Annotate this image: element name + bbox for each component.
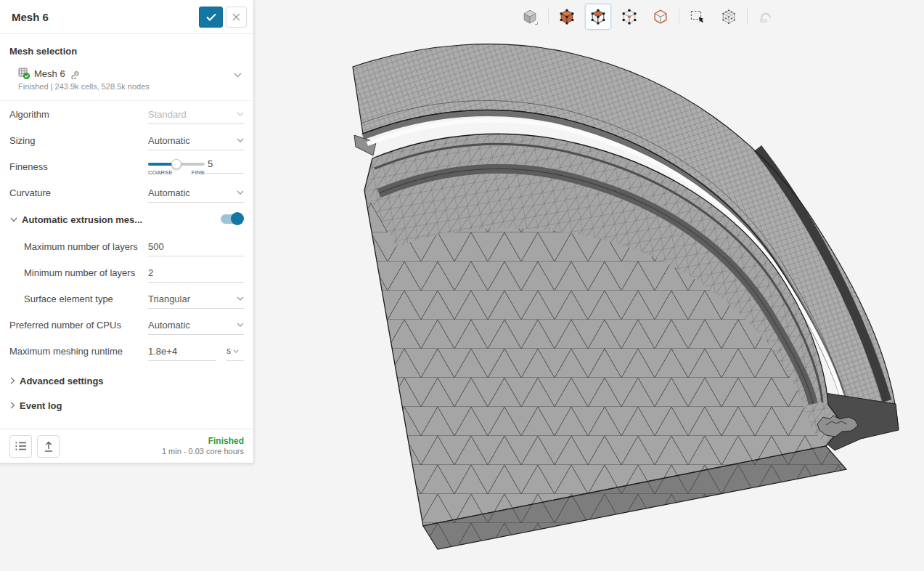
- extrusion-toggle[interactable]: [221, 214, 242, 224]
- field-fineness: Fineness COARSE FINE: [0, 153, 253, 179]
- link-icon[interactable]: [69, 68, 80, 79]
- field-label: Sizing: [9, 135, 35, 146]
- field-label: Maximum meshing runtime: [9, 346, 123, 357]
- max-layers-input[interactable]: [148, 241, 244, 252]
- field-runtime: Maximum meshing runtime s: [0, 338, 253, 364]
- mesh-settings-panel: Mesh 6 Mesh selection Mesh 6: [0, 0, 254, 463]
- confirm-button[interactable]: [199, 7, 223, 28]
- fineness-value-field[interactable]: [200, 155, 244, 174]
- field-curvature: Curvature Automatic: [0, 179, 253, 206]
- surface-element-select[interactable]: Triangular: [148, 289, 244, 309]
- runtime-field[interactable]: [148, 341, 216, 361]
- field-surface-element: Surface element type Triangular: [0, 286, 253, 312]
- solid-cube-icon[interactable]: [517, 4, 543, 30]
- field-label: Minimum number of layers: [24, 267, 135, 278]
- field-label: Surface element type: [24, 293, 113, 304]
- chevron-down-icon: [237, 296, 244, 301]
- upload-icon: [44, 441, 54, 452]
- chevron-down-icon: [237, 138, 244, 142]
- fineness-slider-cell: COARSE FINE: [148, 155, 244, 178]
- slider-min-label: COARSE: [148, 169, 173, 176]
- panel-header: Mesh 6: [0, 0, 253, 34]
- runtime-cell: s: [148, 341, 244, 361]
- chevron-down-icon: [237, 190, 244, 195]
- field-label: Preferred number of CPUs: [9, 320, 121, 331]
- viewport-toolbar: [517, 4, 779, 30]
- edge-select-icon[interactable]: [647, 4, 674, 30]
- volume-select-icon[interactable]: [554, 4, 580, 30]
- mesh-log-button[interactable]: [9, 435, 32, 458]
- section-label: Automatic extrusion mes...: [22, 214, 142, 225]
- status-badge: Finished: [162, 436, 244, 447]
- field-label: Algorithm: [9, 109, 49, 120]
- divider: [0, 91, 253, 101]
- field-label: Maximum number of layers: [24, 241, 138, 252]
- fineness-value-input[interactable]: [208, 158, 244, 169]
- toolbar-separator: [548, 9, 549, 25]
- close-icon: [232, 13, 240, 21]
- mesh-status-icon: [17, 67, 30, 80]
- fineness-slider-handle[interactable]: [171, 159, 181, 169]
- selected-mesh-status: Finished | 243.9k cells, 528.5k nodes: [18, 82, 244, 91]
- chevron-down-icon: [233, 349, 239, 353]
- chevron-down-icon: [237, 112, 244, 116]
- field-sizing: Sizing Automatic: [0, 127, 253, 153]
- run-status: Finished 1 min - 0.03 core hours: [162, 436, 244, 457]
- min-layers-field[interactable]: [148, 263, 244, 283]
- curvature-select[interactable]: Automatic: [148, 183, 244, 203]
- toolbar-separator: [679, 9, 679, 25]
- export-button[interactable]: [37, 435, 60, 458]
- chevron-down-icon: [237, 323, 244, 327]
- runtime-input[interactable]: [148, 346, 216, 357]
- probe-icon: [753, 4, 779, 30]
- extrusion-section-header[interactable]: Automatic extrusion mes...: [0, 206, 253, 233]
- min-layers-input[interactable]: [148, 267, 244, 278]
- sizing-select[interactable]: Automatic: [148, 131, 244, 150]
- run-stats: 1 min - 0.03 core hours: [162, 447, 244, 457]
- panel-body: Mesh selection Mesh 6 Fin: [0, 34, 253, 429]
- field-cpus: Preferred number of CPUs Automatic: [0, 312, 253, 338]
- field-max-layers: Maximum number of layers: [0, 233, 253, 259]
- field-label: Curvature: [9, 187, 51, 198]
- field-min-layers: Minimum number of layers: [0, 259, 253, 286]
- selected-mesh-name: Mesh 6: [34, 68, 65, 79]
- close-button[interactable]: [226, 7, 247, 28]
- runtime-unit-select[interactable]: s: [226, 341, 244, 361]
- check-icon: [206, 13, 216, 21]
- mesh-render-canvas[interactable]: [254, 0, 924, 571]
- panel-title: Mesh 6: [12, 11, 199, 23]
- algorithm-select[interactable]: Standard: [148, 105, 244, 124]
- event-log-header[interactable]: Event log: [0, 392, 253, 419]
- chevron-down-icon[interactable]: [234, 73, 242, 78]
- chevron-right-icon: [10, 402, 15, 409]
- list-icon: [15, 441, 27, 451]
- chevron-right-icon: [10, 377, 15, 384]
- mesh-3d-model: [254, 0, 924, 571]
- field-algorithm: Algorithm Standard: [0, 101, 253, 127]
- section-label: Event log: [20, 400, 62, 411]
- toolbar-separator: [747, 9, 748, 25]
- fineness-slider-track[interactable]: [148, 163, 205, 166]
- node-select-icon[interactable]: [616, 4, 642, 30]
- selected-mesh-item[interactable]: Mesh 6 Finished | 243.9k cells, 528.5k n…: [0, 57, 253, 91]
- mesh-selection-heading: Mesh selection: [0, 34, 253, 57]
- field-label: Fineness: [9, 161, 48, 172]
- section-label: Advanced settings: [20, 376, 104, 386]
- box-select-icon[interactable]: [684, 4, 711, 30]
- face-select-icon[interactable]: [585, 4, 611, 30]
- toggle-knob: [231, 212, 244, 225]
- runtime-unit: s: [226, 346, 231, 356]
- advanced-settings-header[interactable]: Advanced settings: [0, 367, 253, 394]
- chevron-down-icon: [10, 217, 17, 222]
- panel-footer: Finished 1 min - 0.03 core hours: [0, 429, 253, 463]
- mesh-display-icon[interactable]: [716, 4, 742, 30]
- fineness-slider-labels: COARSE FINE: [148, 169, 205, 176]
- max-layers-field[interactable]: [148, 237, 244, 256]
- cpus-select[interactable]: Automatic: [148, 315, 244, 335]
